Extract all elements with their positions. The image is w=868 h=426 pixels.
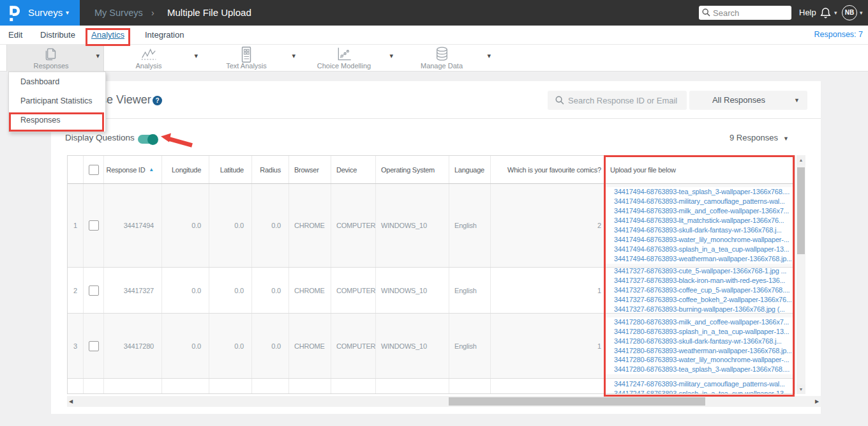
notifications-bell-icon[interactable] xyxy=(820,7,831,22)
surveys-product-menu[interactable]: Surveys ▾ xyxy=(0,0,80,26)
cell-device: COMPUTER xyxy=(331,184,376,267)
display-questions-label: Display Questions xyxy=(65,133,135,142)
display-questions-toggle[interactable] xyxy=(138,135,157,144)
page: Surveys ▾ My Surveys › Multiple File Upl… xyxy=(0,0,868,426)
search-icon xyxy=(555,96,564,105)
cell-favourite_comics xyxy=(491,379,605,394)
cell-response_id: 34417280 xyxy=(104,314,162,378)
cell-browser: CHROME xyxy=(289,184,331,267)
tab-distribute[interactable]: Distribute xyxy=(40,26,75,44)
annotation-box-analytics xyxy=(86,28,130,46)
cell-longitude: 0.0 xyxy=(162,184,209,267)
header-cell[interactable] xyxy=(68,156,84,183)
row-checkbox[interactable] xyxy=(89,341,99,351)
row-checkbox[interactable] xyxy=(89,285,99,296)
cell-response_id: 34417327 xyxy=(104,268,162,313)
column-header-browser[interactable]: Browser xyxy=(294,166,319,174)
header-cell[interactable]: Response ID▲ xyxy=(104,156,162,183)
cell-radius xyxy=(252,379,289,394)
responses-count-dropdown[interactable]: 9 Responses▼ xyxy=(730,133,789,142)
column-header-latitude[interactable]: Latitude xyxy=(220,166,244,174)
toolbar-manage-data[interactable]: Manage Data▾ xyxy=(397,45,495,72)
annotation-arrow xyxy=(161,133,194,148)
breadcrumb-current-survey: Multiple File Upload xyxy=(167,0,251,26)
breadcrumb-separator: › xyxy=(151,0,154,26)
global-search-input[interactable] xyxy=(713,6,788,20)
avatar[interactable]: NB xyxy=(842,5,857,20)
tab-integration[interactable]: Integration xyxy=(145,26,184,44)
header-cell[interactable]: Operating System xyxy=(376,156,449,183)
column-header-radius[interactable]: Radius xyxy=(260,166,281,174)
cell-favourite_comics: 1 xyxy=(491,268,605,313)
scroll-up-button[interactable]: ▲ xyxy=(797,155,805,165)
header-cell[interactable]: Device xyxy=(331,156,376,183)
menu-item-dashboard[interactable]: Dashboard xyxy=(9,72,105,91)
top-bar: Surveys ▾ My Surveys › Multiple File Upl… xyxy=(0,0,868,26)
horizontal-scrollbar-thumb[interactable] xyxy=(449,397,705,406)
column-header-language[interactable]: Language xyxy=(454,166,484,174)
cell-radius: 0.0 xyxy=(252,268,289,313)
chevron-down-icon[interactable]: ▾ xyxy=(292,52,296,60)
header-cell[interactable]: Language xyxy=(449,156,491,183)
row-checkbox[interactable] xyxy=(89,220,99,231)
chevron-down-icon[interactable]: ▾ xyxy=(487,52,491,60)
cell-cbx xyxy=(84,379,104,394)
scroll-left-button[interactable]: ◀ xyxy=(67,396,75,407)
survey-tab-bar: Responses: 7 EditDistributeAnalyticsInte… xyxy=(0,26,868,45)
responses-icon xyxy=(7,46,95,63)
chevron-down-icon[interactable]: ▾ xyxy=(96,52,100,60)
menu-item-participant-statistics[interactable]: Participant Statistics xyxy=(9,91,105,110)
chevron-down-icon[interactable]: ▾ xyxy=(194,52,198,60)
scroll-right-button[interactable]: ▶ xyxy=(813,396,821,407)
chevron-down-icon[interactable]: ▾ xyxy=(389,52,393,60)
help-link[interactable]: Help xyxy=(799,0,816,26)
help-icon[interactable]: ? xyxy=(153,96,162,105)
cell-latitude xyxy=(209,379,252,394)
column-header-operating-system[interactable]: Operating System xyxy=(381,166,435,174)
cell-os: WINDOWS_10 xyxy=(376,314,449,378)
response-filter-dropdown[interactable]: All Responses ▼ xyxy=(689,91,807,110)
cell-longitude: 0.0 xyxy=(162,314,209,378)
column-header-longitude[interactable]: Longitude xyxy=(172,166,201,174)
cell-latitude: 0.0 xyxy=(209,268,252,313)
header-cell xyxy=(84,156,104,183)
header-cell[interactable]: Browser xyxy=(289,156,331,183)
column-header-device[interactable]: Device xyxy=(336,166,357,174)
toolbar-choice-modelling[interactable]: Choice Modelling▾ xyxy=(299,45,397,72)
cell-os: WINDOWS_10 xyxy=(376,184,449,267)
cell-cbx xyxy=(84,184,104,267)
toolbar-analysis[interactable]: Analysis▾ xyxy=(104,45,202,72)
toolbar-responses[interactable]: Responses▾ xyxy=(6,45,104,72)
annotation-box-upload-column xyxy=(604,155,795,397)
cell-radius: 0.0 xyxy=(252,314,289,378)
account-chevron-icon[interactable]: ▾ xyxy=(860,0,863,26)
response-search-input[interactable] xyxy=(568,91,683,110)
cell-device: COMPUTER xyxy=(331,314,376,378)
header-cell[interactable]: Longitude xyxy=(162,156,209,183)
cell-device: COMPUTER xyxy=(331,268,376,313)
scroll-down-button[interactable]: ▼ xyxy=(797,384,805,394)
chevron-down-icon: ▼ xyxy=(794,91,800,110)
column-header-which-is-your-favourite-comics-[interactable]: Which is your favourite comics? xyxy=(507,166,601,174)
annotation-box-responses-item xyxy=(9,112,104,132)
column-header-response-id[interactable]: Response ID xyxy=(106,166,145,174)
cell-num: 3 xyxy=(68,314,84,378)
select-all-checkbox[interactable] xyxy=(89,165,99,175)
analysis-icon xyxy=(104,46,193,63)
notifications-chevron-icon[interactable]: ▾ xyxy=(834,0,837,26)
header-cell[interactable]: Radius xyxy=(252,156,289,183)
header-cell[interactable]: Latitude xyxy=(209,156,252,183)
cell-device xyxy=(331,379,376,394)
header-cell[interactable]: Which is your favourite comics? xyxy=(491,156,605,183)
toolbar-text-analysis[interactable]: Text Analysis▾ xyxy=(202,45,299,72)
manage-data-icon xyxy=(397,46,486,63)
toggle-knob xyxy=(147,134,158,145)
responses-count[interactable]: Responses: 7 xyxy=(814,26,863,44)
breadcrumb-my-surveys[interactable]: My Surveys xyxy=(94,0,143,26)
responses-count-label: 9 Responses xyxy=(730,133,778,142)
cell-response_id xyxy=(104,379,162,394)
cell-os xyxy=(376,379,449,394)
vertical-scrollbar-thumb[interactable] xyxy=(797,167,805,254)
tab-edit[interactable]: Edit xyxy=(8,26,22,44)
cell-browser: CHROME xyxy=(289,314,331,378)
